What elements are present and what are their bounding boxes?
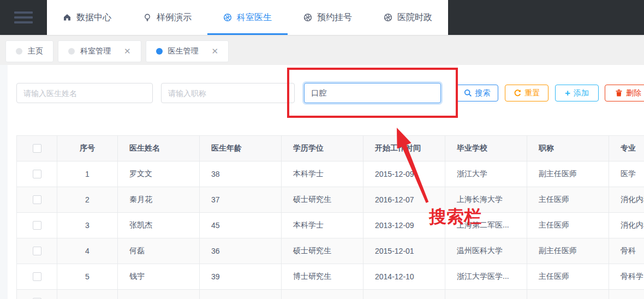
cell-school: 上海长海大学 (445, 187, 527, 213)
hamburger-menu-icon[interactable] (0, 0, 47, 35)
aperture-icon (303, 13, 312, 22)
cell-age: 45 (200, 213, 282, 238)
doctor-table: 序号 医生姓名 医生年龄 学历学位 开始工作时间 毕业学校 职称 专业 1 罗文… (16, 135, 644, 299)
tab-department-management[interactable]: 科室管理 ✕ (58, 40, 141, 62)
refresh-icon (514, 89, 522, 97)
row-checkbox[interactable] (33, 195, 41, 204)
row-checkbox[interactable] (33, 221, 41, 230)
nav-item-department-doctors[interactable]: 科室医生 (207, 0, 288, 35)
nav-item-data-center[interactable]: 数据中心 (47, 0, 127, 35)
aperture-icon (384, 13, 392, 22)
cell-school: 温州医科大学 (445, 238, 527, 264)
cell-start-date: 2014-12-10 (363, 264, 445, 290)
nav-item-label: 医院时政 (397, 12, 432, 23)
cell-degree: 硕士研究生 (282, 238, 363, 264)
cell-age: 37 (200, 187, 282, 213)
column-header-title: 职称 (527, 136, 609, 162)
cell-major: 医学 (609, 162, 644, 187)
top-navbar: 数据中心 样例演示 科室医生 预约挂号 医院时政 (0, 0, 644, 35)
cell-school: 浙江大学 (445, 162, 527, 187)
cell-name: 何磊 (118, 238, 200, 264)
cell-school: 上海第二军医... (445, 213, 527, 238)
cell-major: 骨科学 (609, 264, 644, 290)
nav-item-hospital-affairs[interactable]: 医院时政 (368, 0, 448, 35)
add-button-label: 添加 (574, 88, 589, 98)
tab-home[interactable]: 主页 (5, 40, 53, 62)
cell-school: 浙江大学医学... (445, 264, 527, 290)
close-icon[interactable]: ✕ (212, 47, 219, 56)
cell-major: 消化内科 (609, 187, 644, 213)
search-icon (464, 89, 472, 97)
nav-item-appointment[interactable]: 预约挂号 (288, 0, 368, 35)
tab-status-dot (16, 48, 22, 55)
doctor-name-input[interactable] (16, 83, 153, 103)
cell-start-date: 2015-12-09 (363, 162, 445, 187)
table-row: 1 罗文文 38 本科学士 2015-12-09 浙江大学 副主任医师 医学 (17, 162, 644, 187)
cell-title: 主任医师 (527, 187, 609, 213)
row-checkbox[interactable] (33, 272, 41, 281)
cell-start-date: 2015-12-01 (363, 238, 445, 264)
tab-status-dot (156, 48, 163, 55)
cell-index: 2 (57, 187, 118, 213)
cell-start-date: 2016-12-07 (363, 187, 445, 213)
cell-title: 副主任医师 (527, 162, 609, 187)
table-row: 3 张凯杰 45 本科学士 2013-12-09 上海第二军医... 主任医师 … (17, 213, 644, 238)
column-header-school: 毕业学校 (445, 136, 527, 162)
nav-item-label: 样例演示 (157, 12, 192, 23)
main-menu: 数据中心 样例演示 科室医生 预约挂号 医院时政 (47, 0, 448, 35)
search-button-label: 搜索 (475, 88, 491, 98)
doctor-management-panel: 搜索 重置 + 添加 删除 序号 医生姓名 医生年龄 (8, 65, 644, 299)
reset-button-label: 重置 (525, 88, 540, 98)
close-icon[interactable]: ✕ (124, 47, 131, 56)
column-header-start-date: 开始工作时间 (363, 136, 445, 162)
nav-item-label: 预约挂号 (317, 12, 352, 23)
table-row-partial (17, 290, 644, 299)
aperture-icon (223, 13, 232, 22)
cell-index: 3 (57, 213, 118, 238)
cell-name: 秦月花 (118, 187, 200, 213)
cell-index: 1 (57, 162, 118, 187)
cell-index: 4 (57, 238, 118, 264)
column-header-age: 医生年龄 (200, 136, 282, 162)
bulb-icon (143, 13, 152, 22)
department-search-input[interactable] (304, 83, 441, 103)
cell-name: 钱宇 (118, 264, 200, 290)
cell-title: 主任医师 (527, 264, 609, 290)
cell-age: 39 (200, 264, 282, 290)
tab-label: 科室管理 (80, 46, 111, 56)
tab-label: 主页 (28, 46, 43, 56)
cell-age: 36 (200, 238, 282, 264)
cell-major: 消化内科 (609, 213, 644, 238)
filter-toolbar: 搜索 重置 + 添加 删除 (8, 65, 644, 135)
tab-status-dot (68, 48, 75, 55)
table-header-row: 序号 医生姓名 医生年龄 学历学位 开始工作时间 毕业学校 职称 专业 (17, 136, 644, 162)
home-icon (63, 13, 71, 22)
add-button[interactable]: + 添加 (555, 85, 599, 101)
nav-item-sample-demo[interactable]: 样例演示 (127, 0, 207, 35)
delete-button[interactable]: 删除 (605, 85, 644, 101)
row-checkbox[interactable] (33, 247, 41, 255)
doctor-table-wrapper: 序号 医生姓名 医生年龄 学历学位 开始工作时间 毕业学校 职称 专业 1 罗文… (16, 135, 644, 299)
column-header-name: 医生姓名 (118, 136, 200, 162)
plus-icon: + (565, 88, 570, 98)
search-button[interactable]: 搜索 (456, 85, 498, 101)
cell-name: 罗文文 (118, 162, 200, 187)
nav-item-label: 数据中心 (76, 12, 111, 23)
cell-degree: 博士研究生 (282, 264, 363, 290)
tab-doctor-management[interactable]: 医生管理 ✕ (146, 40, 229, 62)
reset-button[interactable]: 重置 (505, 85, 548, 101)
cell-degree: 本科学士 (282, 213, 363, 238)
table-row: 5 钱宇 39 博士研究生 2014-12-10 浙江大学医学... 主任医师 … (17, 264, 644, 290)
column-header-index: 序号 (57, 136, 118, 162)
cell-major: 骨科 (609, 238, 644, 264)
select-all-checkbox[interactable] (33, 144, 41, 153)
nav-item-label: 科室医生 (237, 12, 272, 23)
cell-title: 副主任医师 (527, 238, 609, 264)
doctor-title-input[interactable] (161, 83, 295, 103)
cell-degree: 本科学士 (282, 162, 363, 187)
column-header-major: 专业 (609, 136, 644, 162)
table-row: 4 何磊 36 硕士研究生 2015-12-01 温州医科大学 副主任医师 骨科 (17, 238, 644, 264)
row-checkbox[interactable] (33, 170, 41, 178)
trash-icon (615, 89, 623, 97)
cell-name: 张凯杰 (118, 213, 200, 238)
